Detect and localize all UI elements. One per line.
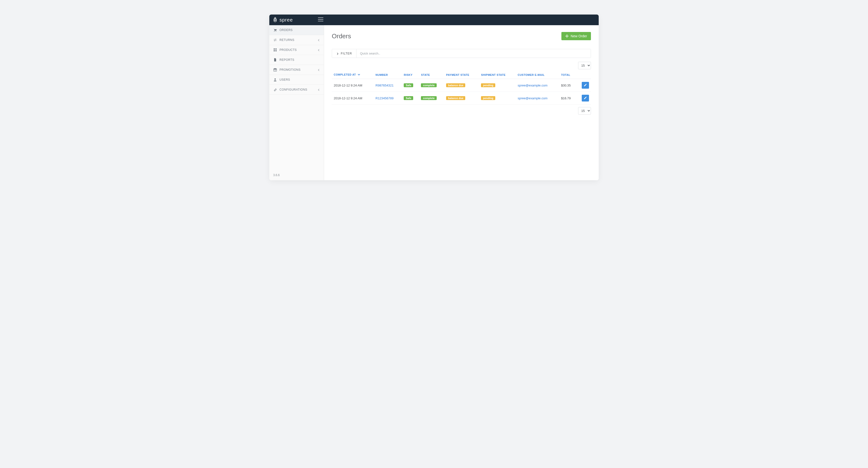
sidebar-item-label: RETURNS (279, 38, 294, 42)
orders-table: COMPLETED AT NUMBER RISKY STATE PAYMENT … (332, 71, 591, 105)
pagination-bottom: 15 (332, 107, 591, 115)
page-title: Orders (332, 32, 351, 40)
sidebar-item-orders[interactable]: ORDERS (269, 25, 324, 35)
sidebar-item-label: PRODUCTS (279, 48, 297, 52)
sidebar-item-returns[interactable]: RETURNS (269, 35, 324, 45)
sidebar-nav: ORDERS RETURNS PRODUCTS (269, 25, 324, 170)
sidebar-item-label: PROMOTIONS (279, 68, 301, 71)
sidebar-item-promotions[interactable]: PROMOTIONS (269, 65, 324, 75)
per-page-select-bottom[interactable]: 15 (578, 107, 591, 115)
table-row: 2018-12-12 9:24 AM R123456789 Safe compl… (332, 92, 591, 105)
per-page-select-top[interactable]: 15 (578, 62, 591, 69)
pencil-icon (584, 83, 587, 88)
file-icon (273, 58, 277, 62)
brand: spree (273, 17, 293, 23)
filter-bar: FILTER (332, 49, 591, 58)
col-risky[interactable]: RISKY (402, 71, 419, 79)
gift-icon (273, 68, 277, 72)
filter-toggle-button[interactable]: FILTER (332, 49, 356, 58)
svg-rect-6 (275, 49, 277, 50)
customer-email-link[interactable]: spree@example.com (518, 84, 547, 87)
chevron-left-icon (317, 39, 320, 41)
chevron-right-icon (336, 52, 339, 55)
main: Orders New Order FILTER 15 (324, 25, 599, 180)
col-payment-state[interactable]: PAYMENT STATE (444, 71, 479, 79)
cell-total: $30.35 (559, 79, 577, 92)
user-icon (273, 78, 277, 82)
edit-order-button[interactable] (582, 95, 589, 101)
sidebar-item-products[interactable]: PRODUCTS (269, 45, 324, 55)
state-badge: complete (421, 83, 436, 87)
plus-icon (565, 34, 569, 38)
brand-name: spree (279, 17, 293, 23)
exchange-icon (273, 38, 277, 42)
cart-icon (273, 28, 277, 32)
sidebar-item-users[interactable]: USERS (269, 75, 324, 85)
sidebar-item-label: ORDERS (279, 28, 292, 32)
topbar: spree (269, 14, 599, 25)
pencil-icon (584, 96, 587, 100)
sidebar: ORDERS RETURNS PRODUCTS (269, 25, 324, 180)
wrench-icon (273, 88, 277, 92)
pagination-top: 15 (332, 62, 591, 69)
svg-rect-7 (274, 50, 275, 51)
col-total[interactable]: TOTAL (559, 71, 577, 79)
chevron-left-icon (317, 49, 320, 51)
col-state[interactable]: STATE (419, 71, 444, 79)
sidebar-item-label: CONFIGURATIONS (279, 88, 307, 91)
order-number-link[interactable]: R987654321 (376, 84, 394, 87)
svg-rect-8 (275, 50, 277, 51)
cell-total: $16.79 (559, 92, 577, 105)
sort-desc-icon (358, 73, 360, 76)
col-customer-email[interactable]: CUSTOMER E-MAIL (516, 71, 559, 79)
table-row: 2018-12-12 9:24 AM R987654321 Safe compl… (332, 79, 591, 92)
sidebar-item-configurations[interactable]: CONFIGURATIONS (269, 85, 324, 95)
customer-email-link[interactable]: spree@example.com (518, 96, 547, 100)
brand-logo-icon (273, 17, 278, 23)
sidebar-item-label: USERS (279, 78, 290, 82)
grid-icon (273, 48, 277, 52)
col-number[interactable]: NUMBER (374, 71, 402, 79)
version-label: 3.6.6 (269, 170, 324, 180)
cell-completed-at: 2018-12-12 9:24 AM (332, 79, 374, 92)
menu-toggle-icon[interactable] (318, 17, 323, 23)
risky-badge: Safe (404, 83, 413, 87)
new-order-label: New Order (570, 34, 587, 38)
cell-completed-at: 2018-12-12 9:24 AM (332, 92, 374, 105)
payment-state-badge: balance due (446, 83, 465, 87)
order-number-link[interactable]: R123456789 (376, 96, 394, 100)
search-input[interactable] (356, 49, 591, 58)
payment-state-badge: balance due (446, 96, 465, 100)
col-shipment-state[interactable]: SHIPMENT STATE (479, 71, 516, 79)
chevron-left-icon (317, 68, 320, 71)
new-order-button[interactable]: New Order (561, 32, 591, 40)
filter-label: FILTER (341, 52, 352, 55)
svg-point-11 (274, 79, 276, 80)
shipment-state-badge: pending (481, 83, 495, 87)
col-completed-at[interactable]: COMPLETED AT (332, 71, 374, 79)
shipment-state-badge: pending (481, 96, 495, 100)
chevron-left-icon (317, 88, 320, 91)
sidebar-item-label: REPORTS (279, 58, 294, 62)
app-body: ORDERS RETURNS PRODUCTS (269, 25, 599, 180)
edit-order-button[interactable] (582, 82, 589, 89)
sidebar-item-reports[interactable]: REPORTS (269, 55, 324, 65)
page-header: Orders New Order (332, 32, 591, 40)
state-badge: complete (421, 96, 436, 100)
risky-badge: Safe (404, 96, 413, 100)
svg-rect-5 (274, 49, 275, 50)
app-window: spree ORDERS (269, 14, 599, 180)
